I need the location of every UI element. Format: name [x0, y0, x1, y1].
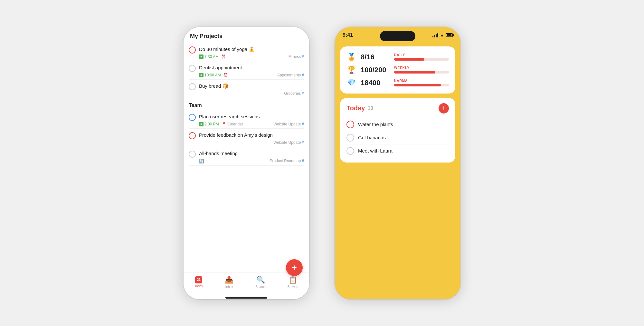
today-add-button[interactable]: + [439, 103, 449, 114]
weekly-bar-bg [394, 71, 449, 74]
inbox-icon: 📥 [225, 276, 233, 284]
task-tag-yoga: Fitness # [289, 54, 304, 59]
hash-icon-research: # [302, 122, 304, 126]
cal-icon-yoga: ■ [199, 54, 204, 59]
weekly-bar-group: WEEKLY [394, 66, 449, 74]
task-checkbox-research[interactable] [189, 114, 196, 121]
task-time-dentist: ■ 10:00 AM [199, 73, 221, 77]
today-header: Today 10 + [346, 103, 449, 114]
today-card: Today 10 + Water the plants Get bananas … [340, 98, 455, 163]
task-item-bread: Buy bread 🍞 Groceries # [189, 80, 304, 98]
stats-card: 🏅 8/16 DAILY 🏆 100/200 WEEKLY [340, 46, 455, 94]
nav-browse[interactable]: 📋 Browse [288, 276, 298, 289]
battery-icon [446, 33, 453, 37]
status-icons: ▲ [432, 33, 453, 37]
today-count: 10 [367, 105, 373, 111]
daily-bar-group: DAILY [394, 53, 449, 61]
daily-icon: 🏅 [346, 53, 356, 61]
today-nav-icon: 21 [195, 276, 202, 283]
bottom-nav: 21 Today 📥 Inbox 🔍 Search 📋 Browse [184, 272, 309, 295]
cal-icon-research: ■ [199, 122, 204, 126]
task-item-yoga: Do 30 minutes of yoga 🧘 ■ 7:30 AM ⏰ Fitn… [189, 43, 304, 61]
wifi-icon: ▲ [440, 33, 444, 37]
task-item-research: Plan user research sessions ■ 2:00 PM 📍 … [189, 110, 304, 129]
task-title-bread: Buy bread 🍞 [199, 83, 229, 89]
alarm-icon-dentist: ⏰ [223, 73, 228, 77]
browse-icon: 📋 [289, 276, 297, 284]
task-time-research: ■ 2:00 PM [199, 122, 219, 126]
task-item-allhands: All-hands meeting 🔄 Product Roadmap # [189, 147, 304, 166]
task-title-dentist: Dentist appointment [199, 64, 242, 71]
hash-icon-dentist: # [302, 73, 304, 77]
alarm-icon-yoga: ⏰ [221, 54, 226, 59]
task-checkbox-yoga[interactable] [189, 46, 196, 54]
today-task-text-laura: Meet with Laura [358, 148, 393, 153]
stat-row-weekly: 🏆 100/200 WEEKLY [346, 66, 449, 74]
karma-label: KARMA [394, 79, 449, 83]
karma-bar-bg [394, 84, 449, 86]
task-checkbox-amy[interactable] [189, 132, 196, 139]
task-list: Do 30 minutes of yoga 🧘 ■ 7:30 AM ⏰ Fitn… [184, 43, 309, 272]
karma-icon: 💎 [346, 79, 356, 87]
task-title-amy: Provide feedback on Amy's design [199, 132, 273, 138]
browse-nav-label: Browse [288, 285, 298, 289]
weekly-icon: 🏆 [346, 66, 356, 74]
stat-row-karma: 💎 18400 KARMA [346, 79, 449, 87]
location-icon-research: 📍 Calendar [222, 122, 243, 126]
add-task-fab[interactable]: + [286, 259, 303, 276]
home-indicator [225, 297, 267, 299]
today-task-laura: Meet with Laura [346, 144, 449, 157]
right-phone: 9:41 ▲ 🏅 8/16 DAILY [335, 27, 460, 299]
nav-search[interactable]: 🔍 Search [255, 276, 266, 289]
karma-bar-group: KARMA [394, 79, 449, 86]
hash-icon-yoga: # [302, 54, 304, 59]
daily-bar-bg [394, 58, 449, 61]
today-checkbox-water[interactable] [346, 121, 354, 128]
signal-icon [432, 33, 438, 37]
today-checkbox-bananas[interactable] [346, 134, 354, 142]
status-time: 9:41 [343, 32, 353, 38]
team-group-label: Team [189, 98, 304, 110]
task-time-yoga: ■ 7:30 AM [199, 54, 219, 59]
hash-icon-amy: # [302, 140, 304, 145]
task-tag-dentist: Appointments # [277, 73, 304, 77]
task-tag-allhands: Product Roadmap # [270, 159, 304, 163]
inbox-nav-label: Inbox [225, 285, 233, 289]
task-tag-amy: Website Update # [273, 140, 304, 145]
daily-label: DAILY [394, 53, 449, 57]
hash-icon-allhands: # [302, 159, 304, 163]
task-title-research: Plan user research sessions [199, 114, 260, 120]
cal-icon-dentist: ■ [199, 73, 204, 77]
task-checkbox-dentist[interactable] [189, 65, 196, 72]
my-projects-title: My Projects [190, 33, 303, 40]
task-item-amy: Provide feedback on Amy's design Website… [189, 129, 304, 147]
today-task-bananas: Get bananas [346, 131, 449, 144]
search-icon: 🔍 [256, 276, 265, 284]
nav-inbox[interactable]: 📥 Inbox [225, 276, 233, 289]
today-card-title: Today [346, 104, 365, 112]
today-task-water: Water the plants [346, 118, 449, 131]
daily-bar-fill [394, 58, 424, 61]
hash-icon-bread: # [302, 91, 304, 96]
task-tag-bread: Groceries # [284, 91, 304, 96]
calendar-day-number: 21 [197, 278, 201, 282]
stat-row-daily: 🏅 8/16 DAILY [346, 53, 449, 61]
recurring-icon-allhands: 🔄 [199, 159, 204, 163]
today-task-text-bananas: Get bananas [358, 135, 386, 140]
weekly-value: 100/200 [361, 66, 390, 74]
task-title-allhands: All-hands meeting [199, 150, 238, 157]
today-title-group: Today 10 [346, 104, 373, 112]
nav-today[interactable]: 21 Today [194, 276, 203, 288]
karma-bar-fill [394, 84, 441, 86]
task-item-dentist: Dentist appointment ■ 10:00 AM ⏰ Appoint… [189, 61, 304, 80]
task-checkbox-allhands[interactable] [189, 151, 196, 158]
karma-value: 18400 [361, 79, 390, 87]
today-nav-label: Today [194, 284, 203, 288]
search-nav-label: Search [255, 285, 266, 289]
task-checkbox-bread[interactable] [189, 83, 196, 90]
dynamic-island [380, 31, 415, 41]
today-task-text-water: Water the plants [358, 122, 393, 127]
daily-value: 8/16 [361, 53, 390, 61]
task-tag-research: Website Update # [273, 122, 304, 126]
today-checkbox-laura[interactable] [346, 147, 354, 155]
